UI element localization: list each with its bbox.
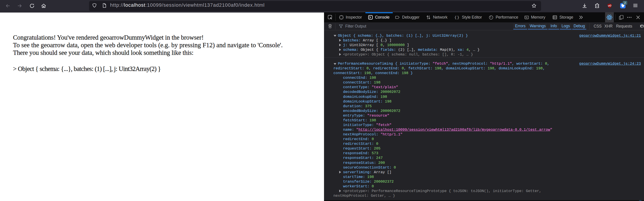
svg-text:}: }	[457, 16, 460, 20]
svg-text:uO: uO	[608, 4, 611, 7]
svg-text:{: {	[454, 16, 457, 20]
